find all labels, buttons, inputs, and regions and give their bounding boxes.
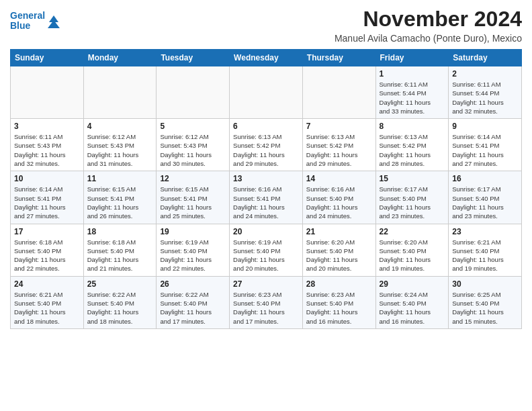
day-number: 26 — [160, 279, 226, 289]
weekday-header-saturday: Saturday — [449, 50, 522, 66]
day-number: 13 — [233, 174, 299, 183]
logo: GeneralBlue — [10, 11, 60, 32]
day-info: Sunrise: 6:13 AM Sunset: 5:42 PM Dayligh… — [306, 132, 372, 168]
day-info: Sunrise: 6:12 AM Sunset: 5:43 PM Dayligh… — [87, 132, 153, 168]
day-number: 11 — [87, 174, 153, 183]
calendar-cell — [83, 66, 157, 119]
calendar-cell: 8Sunrise: 6:13 AM Sunset: 5:42 PM Daylig… — [375, 119, 449, 171]
calendar-table: SundayMondayTuesdayWednesdayThursdayFrid… — [10, 49, 522, 329]
calendar-cell: 25Sunrise: 6:22 AM Sunset: 5:40 PM Dayli… — [83, 276, 157, 328]
calendar-cell: 15Sunrise: 6:17 AM Sunset: 5:40 PM Dayli… — [375, 171, 449, 224]
calendar-cell: 14Sunrise: 6:16 AM Sunset: 5:40 PM Dayli… — [302, 171, 375, 224]
day-number: 25 — [87, 279, 153, 289]
calendar-cell: 17Sunrise: 6:18 AM Sunset: 5:40 PM Dayli… — [11, 224, 84, 276]
day-info: Sunrise: 6:23 AM Sunset: 5:40 PM Dayligh… — [233, 290, 299, 326]
page-header: GeneralBlue November 2024 Manuel Avila C… — [10, 7, 522, 44]
day-number: 4 — [87, 122, 153, 131]
day-info: Sunrise: 6:13 AM Sunset: 5:42 PM Dayligh… — [233, 132, 299, 168]
calendar-cell: 18Sunrise: 6:18 AM Sunset: 5:40 PM Dayli… — [83, 224, 157, 276]
day-number: 12 — [160, 174, 226, 183]
calendar-cell: 6Sunrise: 6:13 AM Sunset: 5:42 PM Daylig… — [230, 119, 303, 171]
day-info: Sunrise: 6:11 AM Sunset: 5:43 PM Dayligh… — [14, 132, 80, 168]
day-info: Sunrise: 6:11 AM Sunset: 5:44 PM Dayligh… — [452, 80, 518, 116]
calendar-cell: 9Sunrise: 6:14 AM Sunset: 5:41 PM Daylig… — [449, 119, 522, 171]
weekday-header-friday: Friday — [375, 50, 449, 66]
day-info: Sunrise: 6:15 AM Sunset: 5:41 PM Dayligh… — [87, 185, 153, 220]
calendar-cell: 30Sunrise: 6:25 AM Sunset: 5:40 PM Dayli… — [449, 276, 522, 328]
calendar-week-3: 10Sunrise: 6:14 AM Sunset: 5:41 PM Dayli… — [11, 171, 522, 224]
calendar-cell: 5Sunrise: 6:12 AM Sunset: 5:43 PM Daylig… — [157, 119, 230, 171]
calendar-week-5: 24Sunrise: 6:21 AM Sunset: 5:40 PM Dayli… — [11, 276, 522, 328]
calendar-cell — [157, 66, 230, 119]
day-info: Sunrise: 6:16 AM Sunset: 5:41 PM Dayligh… — [233, 185, 299, 220]
month-title: November 2024 — [335, 7, 522, 32]
calendar-cell: 3Sunrise: 6:11 AM Sunset: 5:43 PM Daylig… — [11, 119, 84, 171]
day-number: 7 — [306, 122, 372, 131]
day-info: Sunrise: 6:22 AM Sunset: 5:40 PM Dayligh… — [160, 290, 226, 326]
day-info: Sunrise: 6:22 AM Sunset: 5:40 PM Dayligh… — [87, 290, 153, 326]
calendar-cell: 4Sunrise: 6:12 AM Sunset: 5:43 PM Daylig… — [83, 119, 157, 171]
calendar-cell: 28Sunrise: 6:23 AM Sunset: 5:40 PM Dayli… — [302, 276, 375, 328]
day-number: 24 — [14, 279, 80, 289]
day-info: Sunrise: 6:19 AM Sunset: 5:40 PM Dayligh… — [160, 238, 226, 273]
day-number: 14 — [306, 174, 372, 183]
day-info: Sunrise: 6:20 AM Sunset: 5:40 PM Dayligh… — [306, 238, 372, 273]
title-block: November 2024 Manuel Avila Camacho (Pont… — [335, 7, 522, 44]
day-info: Sunrise: 6:23 AM Sunset: 5:40 PM Dayligh… — [306, 290, 372, 326]
day-info: Sunrise: 6:17 AM Sunset: 5:40 PM Dayligh… — [452, 185, 518, 220]
day-number: 29 — [380, 279, 445, 289]
calendar-cell: 19Sunrise: 6:19 AM Sunset: 5:40 PM Dayli… — [157, 224, 230, 276]
day-info: Sunrise: 6:24 AM Sunset: 5:40 PM Dayligh… — [380, 290, 445, 326]
calendar-cell: 13Sunrise: 6:16 AM Sunset: 5:41 PM Dayli… — [230, 171, 303, 224]
day-number: 27 — [233, 279, 299, 289]
day-number: 21 — [306, 227, 372, 236]
day-number: 10 — [14, 174, 80, 183]
day-info: Sunrise: 6:19 AM Sunset: 5:40 PM Dayligh… — [233, 238, 299, 273]
weekday-header-wednesday: Wednesday — [230, 50, 303, 66]
day-info: Sunrise: 6:12 AM Sunset: 5:43 PM Dayligh… — [160, 132, 226, 168]
day-number: 19 — [160, 227, 226, 236]
calendar-cell: 27Sunrise: 6:23 AM Sunset: 5:40 PM Dayli… — [230, 276, 303, 328]
day-info: Sunrise: 6:14 AM Sunset: 5:41 PM Dayligh… — [14, 185, 80, 220]
day-number: 30 — [452, 279, 518, 289]
calendar-cell: 1Sunrise: 6:11 AM Sunset: 5:44 PM Daylig… — [375, 66, 449, 119]
location-subtitle: Manuel Avila Camacho (Ponte Duro), Mexic… — [335, 33, 522, 44]
weekday-header-tuesday: Tuesday — [157, 50, 230, 66]
day-info: Sunrise: 6:16 AM Sunset: 5:40 PM Dayligh… — [306, 185, 372, 220]
day-number: 16 — [452, 174, 518, 183]
calendar-week-2: 3Sunrise: 6:11 AM Sunset: 5:43 PM Daylig… — [11, 119, 522, 171]
calendar-cell: 11Sunrise: 6:15 AM Sunset: 5:41 PM Dayli… — [83, 171, 157, 224]
calendar-week-1: 1Sunrise: 6:11 AM Sunset: 5:44 PM Daylig… — [11, 66, 522, 119]
day-info: Sunrise: 6:21 AM Sunset: 5:40 PM Dayligh… — [452, 238, 518, 273]
calendar-week-4: 17Sunrise: 6:18 AM Sunset: 5:40 PM Dayli… — [11, 224, 522, 276]
day-info: Sunrise: 6:20 AM Sunset: 5:40 PM Dayligh… — [380, 238, 445, 273]
day-info: Sunrise: 6:14 AM Sunset: 5:41 PM Dayligh… — [452, 132, 518, 168]
day-number: 15 — [380, 174, 445, 183]
calendar-cell: 7Sunrise: 6:13 AM Sunset: 5:42 PM Daylig… — [302, 119, 375, 171]
day-number: 2 — [452, 69, 518, 79]
day-number: 6 — [233, 122, 299, 131]
day-number: 8 — [380, 122, 445, 131]
calendar-cell — [302, 66, 375, 119]
day-number: 28 — [306, 279, 372, 289]
day-number: 5 — [160, 122, 226, 131]
day-info: Sunrise: 6:17 AM Sunset: 5:40 PM Dayligh… — [380, 185, 445, 220]
day-number: 1 — [380, 69, 445, 79]
weekday-header-thursday: Thursday — [302, 50, 375, 66]
calendar-cell: 20Sunrise: 6:19 AM Sunset: 5:40 PM Dayli… — [230, 224, 303, 276]
day-info: Sunrise: 6:25 AM Sunset: 5:40 PM Dayligh… — [452, 290, 518, 326]
calendar-cell: 16Sunrise: 6:17 AM Sunset: 5:40 PM Dayli… — [449, 171, 522, 224]
calendar-cell: 23Sunrise: 6:21 AM Sunset: 5:40 PM Dayli… — [449, 224, 522, 276]
calendar-cell: 10Sunrise: 6:14 AM Sunset: 5:41 PM Dayli… — [11, 171, 84, 224]
calendar-cell: 21Sunrise: 6:20 AM Sunset: 5:40 PM Dayli… — [302, 224, 375, 276]
logo-text: GeneralBlue — [10, 11, 45, 32]
calendar-cell: 24Sunrise: 6:21 AM Sunset: 5:40 PM Dayli… — [11, 276, 84, 328]
day-number: 20 — [233, 227, 299, 236]
calendar-cell — [230, 66, 303, 119]
calendar-header-row: SundayMondayTuesdayWednesdayThursdayFrid… — [11, 50, 522, 66]
day-number: 22 — [380, 227, 445, 236]
day-number: 3 — [14, 122, 80, 131]
day-number: 18 — [87, 227, 153, 236]
day-info: Sunrise: 6:13 AM Sunset: 5:42 PM Dayligh… — [380, 132, 445, 168]
weekday-header-monday: Monday — [83, 50, 157, 66]
